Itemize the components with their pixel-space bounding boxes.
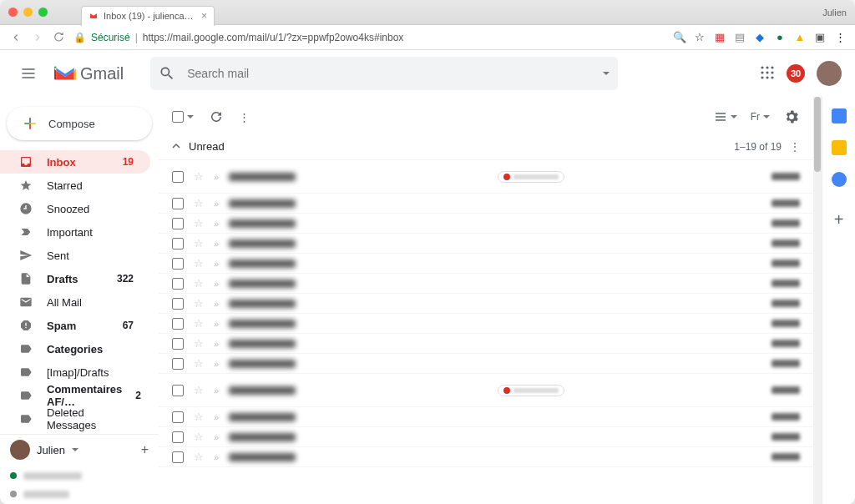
sidebar-item-all-mail[interactable]: All Mail (0, 290, 150, 314)
important-marker-icon[interactable]: » (214, 299, 219, 309)
expand-icon[interactable] (172, 140, 180, 153)
row-checkbox[interactable] (172, 431, 184, 443)
mail-row[interactable]: ☆» (159, 234, 813, 254)
star-icon[interactable]: ☆ (194, 317, 204, 330)
extension-icon[interactable]: ▤ (733, 31, 746, 44)
scrollbar[interactable] (813, 97, 822, 504)
main-menu-button[interactable] (13, 58, 43, 88)
star-icon[interactable]: ☆ (194, 277, 204, 290)
mail-row[interactable]: ☆» (159, 354, 813, 374)
contact-item[interactable] (10, 485, 149, 503)
important-marker-icon[interactable]: » (214, 412, 219, 422)
add-contact-icon[interactable]: + (141, 442, 149, 457)
star-icon[interactable]: ☆ (194, 217, 204, 229)
close-tab-icon[interactable]: × (201, 10, 207, 22)
row-checkbox[interactable] (172, 171, 184, 183)
star-icon[interactable]: ☆ (194, 237, 204, 249)
mail-row[interactable]: ☆» (159, 407, 813, 427)
mail-row[interactable]: ☆» (159, 194, 813, 214)
important-marker-icon[interactable]: » (214, 259, 219, 269)
mail-row[interactable]: ☆» (159, 314, 813, 334)
star-icon[interactable]: ☆ (194, 451, 204, 463)
extension-icon[interactable]: ▣ (813, 31, 827, 44)
extension-icon[interactable]: ▲ (793, 31, 807, 44)
compose-button[interactable]: Compose (7, 107, 152, 140)
row-checkbox[interactable] (172, 358, 184, 370)
select-all-checkbox[interactable] (172, 111, 194, 123)
row-checkbox[interactable] (172, 385, 184, 396)
important-marker-icon[interactable]: » (214, 239, 219, 249)
add-addon-icon[interactable]: + (834, 210, 844, 229)
important-marker-icon[interactable]: » (214, 339, 219, 349)
star-icon[interactable]: ☆ (194, 197, 204, 209)
mail-row[interactable]: ☆» (159, 334, 813, 354)
important-marker-icon[interactable]: » (214, 319, 219, 329)
sidebar-item-sent[interactable]: Sent (0, 244, 150, 267)
important-marker-icon[interactable]: » (214, 172, 219, 182)
row-checkbox[interactable] (172, 318, 184, 330)
browser-tab[interactable]: Inbox (19) - juliencadot@gmai… × (81, 6, 215, 26)
search-bar[interactable] (150, 57, 618, 90)
extension-icon[interactable]: ◆ (753, 31, 766, 44)
mail-row[interactable]: ☆» (159, 294, 813, 314)
mail-row[interactable]: ☆» (159, 274, 813, 294)
back-button[interactable] (8, 30, 23, 45)
sidebar-item-snoozed[interactable]: Snoozed (0, 197, 150, 220)
settings-button[interactable] (783, 108, 800, 125)
mail-row[interactable]: ☆» (159, 374, 813, 407)
star-icon[interactable]: ☆ (194, 297, 204, 310)
density-button[interactable] (714, 110, 737, 123)
row-checkbox[interactable] (172, 238, 184, 249)
sidebar-item-starred[interactable]: Starred (0, 174, 150, 197)
star-icon[interactable]: ☆ (693, 31, 706, 44)
important-marker-icon[interactable]: » (214, 432, 219, 442)
section-menu-icon[interactable]: ⋮ (790, 141, 800, 153)
row-checkbox[interactable] (172, 278, 184, 290)
more-button[interactable]: ⋮ (239, 111, 250, 123)
sidebar-item-commentaires-af-[interactable]: Commentaires AF/…2 (0, 384, 150, 407)
account-avatar[interactable] (817, 61, 842, 86)
important-marker-icon[interactable]: » (214, 279, 219, 289)
star-icon[interactable]: ☆ (194, 431, 204, 443)
row-checkbox[interactable] (172, 218, 184, 229)
sidebar-item-important[interactable]: Important (0, 220, 150, 244)
keep-addon-icon[interactable] (832, 140, 847, 155)
mail-row[interactable]: ☆» (159, 447, 813, 467)
star-icon[interactable]: ☆ (194, 411, 204, 423)
important-marker-icon[interactable]: » (214, 359, 219, 369)
mail-row[interactable]: ☆» (159, 160, 813, 194)
mail-row[interactable]: ☆» (159, 427, 813, 447)
notifications-badge[interactable]: 30 (787, 64, 805, 83)
apps-grid-icon[interactable] (760, 65, 775, 83)
reload-button[interactable] (52, 30, 67, 45)
address-bar[interactable]: 🔒 Sécurisé | https://mail.google.com/mai… (73, 32, 666, 43)
section-header[interactable]: Unread 1–19 of 19 ⋮ (159, 134, 813, 160)
window-controls[interactable] (8, 8, 48, 17)
extension-icon[interactable]: ▦ (713, 31, 726, 44)
sidebar-item--imap-drafts[interactable]: [Imap]/Drafts (0, 360, 150, 384)
mail-row[interactable]: ☆» (159, 254, 813, 274)
forward-button[interactable] (30, 30, 45, 45)
gmail-logo[interactable]: Gmail (53, 64, 124, 83)
row-checkbox[interactable] (172, 411, 184, 423)
sidebar-item-deleted-messages[interactable]: Deleted Messages (0, 407, 150, 431)
star-icon[interactable]: ☆ (194, 170, 204, 183)
refresh-button[interactable] (209, 109, 224, 124)
tasks-addon-icon[interactable] (832, 172, 847, 187)
language-button[interactable]: Fr (751, 111, 770, 123)
sidebar-item-inbox[interactable]: Inbox19 (0, 150, 150, 174)
star-icon[interactable]: ☆ (194, 257, 204, 270)
row-checkbox[interactable] (172, 338, 184, 350)
attachment-chip[interactable] (498, 171, 564, 183)
contact-item[interactable] (10, 466, 149, 485)
search-options-icon[interactable] (603, 72, 610, 75)
row-checkbox[interactable] (172, 198, 184, 209)
important-marker-icon[interactable]: » (214, 452, 219, 462)
row-checkbox[interactable] (172, 258, 184, 270)
browser-menu-icon[interactable]: ⋮ (833, 31, 847, 44)
calendar-addon-icon[interactable] (832, 108, 847, 123)
star-icon[interactable]: ☆ (194, 357, 204, 370)
star-icon[interactable]: ☆ (194, 337, 204, 350)
sidebar-item-drafts[interactable]: Drafts322 (0, 267, 150, 290)
important-marker-icon[interactable]: » (214, 199, 219, 209)
